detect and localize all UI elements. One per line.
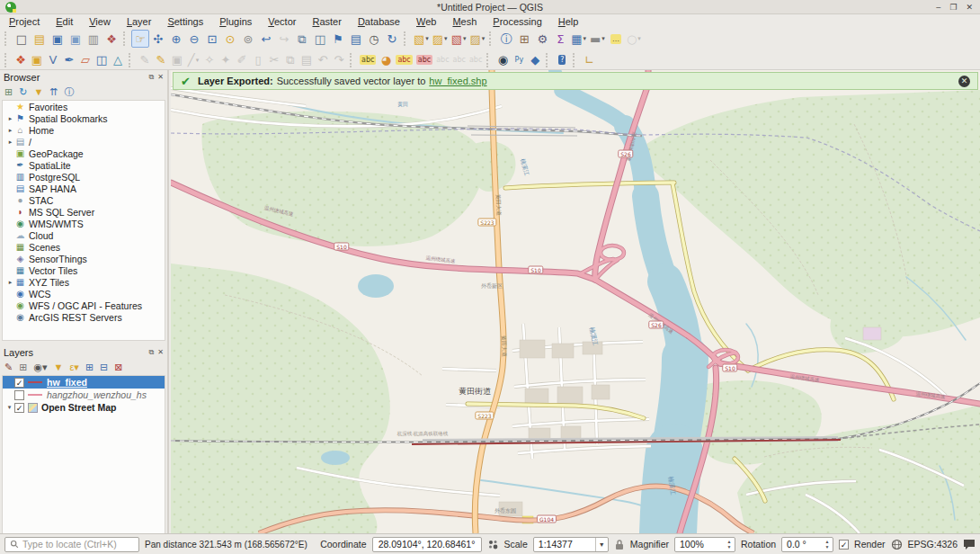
browser-item-xyz-tiles[interactable]: ▸▦XYZ Tiles [3,276,165,288]
browser-item-[interactable]: ▸▤/ [3,136,165,147]
collapse-all-icon[interactable]: ⇈ [49,87,58,97]
expand-arrow-icon[interactable]: ▸ [6,115,14,122]
filter-legend-icon[interactable]: ▼ [54,362,64,372]
new-spatial-bookmark-button[interactable]: ⚑ [329,30,347,48]
highlight-pinned-labels-button[interactable]: abc [394,52,414,68]
expand-all-layers-icon[interactable]: ⊞ [85,362,94,372]
close-button[interactable]: ✕ [966,1,973,13]
toolbar-handle[interactable] [489,31,494,46]
messages-bubble-icon[interactable] [963,539,976,550]
toolbar-handle[interactable] [123,31,129,46]
new-project-button[interactable]: □ [13,30,31,48]
collapse-all-layers-icon[interactable]: ⊟ [100,362,108,372]
rotation-spinbox[interactable]: 0.0 ° ▲▼ [781,537,833,552]
lock-scale-icon[interactable] [614,539,625,550]
map-tips-button[interactable]: … [607,30,625,48]
select-features-by-value-dropdown-arrow[interactable]: ▾ [444,35,448,42]
map-canvas[interactable]: 黄田街道外岙新区外岙东园黄田楠溪江楠溪江楠溪江黄田大道黄田大道温州绕城高速温州绕… [171,70,980,533]
toolbar-handle[interactable] [404,31,409,46]
menu-edit[interactable]: Edit [56,16,73,27]
browser-item-home[interactable]: ▸⌂Home [3,124,165,136]
identify-features-button[interactable]: ⓘ [497,30,515,48]
browser-item-wfs-ogc-api-features[interactable]: ◉WFS / OGC API - Features [3,299,165,311]
zoom-out-button[interactable]: ⊖ [185,30,203,48]
magnifier-spin-buttons[interactable]: ▲▼ [725,539,734,550]
layer-visibility-checkbox[interactable]: ✓ [14,403,24,413]
deselect-features-button[interactable]: ▧▾ [450,30,468,48]
toolbar-handle[interactable] [546,53,551,67]
close-panel-button[interactable]: ✕ [157,348,164,357]
save-project-button[interactable]: ▣ [49,30,67,48]
float-panel-button[interactable]: ⧉ [149,348,155,357]
remove-layer-icon[interactable]: ⊠ [114,362,122,372]
select-features-button[interactable]: ▧▾ [412,30,431,48]
layer-diagram-button[interactable]: ◕ [378,52,394,68]
browser-item-favorites[interactable]: ★Favorites [3,101,165,112]
select-by-location-dropdown-arrow[interactable]: ▾ [482,35,486,42]
locator-input[interactable]: Type to locate (Ctrl+K) [4,537,139,552]
toolbar-handle[interactable] [4,53,10,67]
change-label-button[interactable]: abc [414,52,434,68]
open-project-button[interactable]: ▤ [31,30,49,48]
metasearch-button[interactable]: ◉ [494,52,511,68]
toggle-editing-button[interactable]: ✎ [153,52,169,68]
layer-item-hw-fixed[interactable]: ✓hw_fixed [3,376,165,389]
layer-visibility-checkbox[interactable]: ✓ [14,378,24,388]
new-map-view-button[interactable]: ⧉ [293,30,311,48]
expand-arrow-icon[interactable]: ▸ [6,138,14,146]
menu-processing[interactable]: Processing [493,16,541,27]
menu-help[interactable]: Help [558,16,579,27]
measure-dropdown-arrow[interactable]: ▾ [601,35,605,42]
expand-arrow-icon[interactable]: ▸ [6,279,14,286]
browser-item-arcgis-rest-servers[interactable]: ◉ArcGIS REST Servers [3,311,165,323]
toolbar-handle[interactable] [129,53,134,67]
zoom-in-button[interactable]: ⊕ [167,30,185,48]
select-features-dropdown-arrow[interactable]: ▾ [425,35,429,42]
field-calculator-button[interactable]: ⊞ [515,30,533,48]
open-attribute-table-dropdown-arrow[interactable]: ▾ [584,35,587,42]
style-manager-button[interactable]: ❖ [102,30,120,48]
expand-arrow-icon[interactable]: ▾ [5,404,13,411]
browser-item-sensorthings[interactable]: ◈SensorThings [3,253,165,264]
float-panel-button[interactable]: ⧉ [149,73,155,82]
expand-arrow-icon[interactable]: ▸ [6,127,14,134]
menu-raster[interactable]: Raster [312,16,341,27]
add-group-icon[interactable]: ⊞ [19,362,27,372]
layer-item-open-street-map[interactable]: ▾✓Open Street Map [3,401,165,414]
crs-text[interactable]: EPSG:4326 [908,539,958,550]
coordinate-field[interactable]: 28.09104°, 120.68461° [372,537,482,552]
measure-button[interactable]: ▬▾ [588,30,607,48]
new-mesh-layer-button[interactable]: △ [110,52,126,68]
browser-item-scenes[interactable]: ▦Scenes [3,241,165,253]
browser-item-cloud[interactable]: ☁Cloud [3,229,165,241]
open-layer-styling-icon[interactable]: ✎ [4,362,13,372]
digitize-with-segment-dropdown-arrow[interactable]: ▾ [196,57,200,64]
pan-to-selection-button[interactable]: ✣ [149,30,167,48]
show-layout-manager-button[interactable]: ▥ [85,30,102,48]
toolbar-handle[interactable] [486,53,492,67]
menu-plugins[interactable]: Plugins [219,16,252,27]
browser-item-postgresql[interactable]: ▥PostgreSQL [3,171,165,183]
select-by-location-button[interactable]: ▨▾ [468,30,486,48]
layer-labeling-button[interactable]: abc [358,52,378,68]
browser-item-wms-wmts[interactable]: ◉WMS/WMTS [3,218,165,229]
add-selected-layers-icon[interactable]: ⊞ [4,87,13,97]
browser-item-stac[interactable]: ●STAC [3,194,165,206]
new-3d-map-view-button[interactable]: ◫ [311,30,329,48]
browser-item-sap-hana[interactable]: ▤SAP HANA [3,183,165,194]
save-project-as-button[interactable]: ▣ [67,30,85,48]
filter-by-expression-icon[interactable]: ε▾ [69,362,78,372]
refresh-browser-icon[interactable]: ↻ [19,87,27,97]
browser-properties-icon[interactable]: ⓘ [65,87,75,97]
maximize-button[interactable]: ❐ [949,1,957,13]
menu-mesh[interactable]: Mesh [452,16,477,27]
browser-item-spatialite[interactable]: ✒SpatiaLite [3,159,165,171]
magnifier-spinbox[interactable]: 100% ▲▼ [674,537,735,552]
new-virtual-layer-button[interactable]: ◫ [94,52,110,68]
menu-web[interactable]: Web [416,16,436,27]
temporal-controller-button[interactable]: ◷ [365,30,383,48]
browser-item-wcs[interactable]: ◉WCS [3,288,165,299]
zoom-full-extent-button[interactable]: ⊡ [203,30,221,48]
toolbar-handle[interactable] [350,53,355,67]
scale-combobox[interactable]: 1:14377 ▼ [533,537,609,552]
